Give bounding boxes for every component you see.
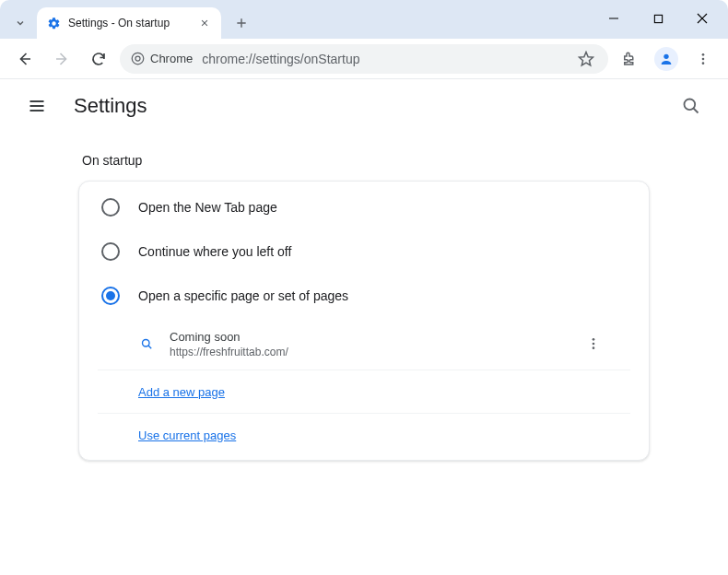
window-minimize-button[interactable] xyxy=(595,6,632,31)
new-tab-button[interactable] xyxy=(229,10,254,36)
address-bar[interactable]: Chrome xyxy=(120,44,608,74)
arrow-right-icon xyxy=(53,51,70,67)
svg-point-11 xyxy=(593,346,595,349)
on-startup-panel: On startup Open the New Tab page Continu… xyxy=(78,144,650,461)
reload-icon xyxy=(90,51,107,67)
window-controls xyxy=(595,6,721,31)
startup-card: Open the New Tab page Continue where you… xyxy=(78,181,650,461)
url-input[interactable] xyxy=(202,52,566,66)
chevron-down-icon xyxy=(15,18,26,29)
radio-icon xyxy=(101,198,120,217)
startup-page-title: Coming soon xyxy=(170,330,564,344)
extensions-button[interactable] xyxy=(614,43,645,75)
radio-continue[interactable]: Continue where you left off xyxy=(79,229,649,274)
radio-label: Open a specific page or set of pages xyxy=(138,288,348,303)
chrome-icon xyxy=(131,52,145,65)
close-icon xyxy=(200,18,209,28)
section-title: On startup xyxy=(78,144,650,181)
tab-close-button[interactable] xyxy=(197,16,212,30)
svg-point-9 xyxy=(593,338,595,341)
star-icon xyxy=(578,51,594,67)
plus-icon xyxy=(235,17,248,29)
site-chip-label: Chrome xyxy=(150,52,193,65)
svg-point-5 xyxy=(702,57,705,60)
svg-point-2 xyxy=(135,56,140,61)
close-icon xyxy=(697,13,708,24)
minimize-icon xyxy=(608,13,619,24)
site-chip[interactable]: Chrome xyxy=(131,52,193,65)
tab-title: Settings - On startup xyxy=(68,17,190,29)
avatar-icon xyxy=(654,47,678,71)
kebab-icon xyxy=(586,336,601,351)
settings-header: Settings xyxy=(0,79,728,133)
svg-point-8 xyxy=(142,339,149,346)
svg-point-4 xyxy=(702,53,705,56)
radio-label: Open the New Tab page xyxy=(138,200,277,215)
radio-icon xyxy=(101,242,120,261)
kebab-icon xyxy=(696,52,710,66)
use-current-row: Use current pages xyxy=(79,414,649,456)
tab-search-button[interactable] xyxy=(11,14,29,32)
settings-content: On startup Open the New Tab page Continu… xyxy=(0,133,728,461)
browser-tab[interactable]: Settings - On startup xyxy=(37,7,221,39)
forward-button[interactable] xyxy=(46,43,77,75)
use-current-link[interactable]: Use current pages xyxy=(138,428,236,442)
radio-label: Continue where you left off xyxy=(138,244,291,259)
add-page-link[interactable]: Add a new page xyxy=(138,385,225,399)
svg-rect-0 xyxy=(654,15,662,22)
browser-titlebar: Settings - On startup xyxy=(0,0,728,39)
svg-point-3 xyxy=(663,53,668,58)
puzzle-icon xyxy=(621,51,638,67)
maximize-icon xyxy=(653,14,663,24)
search-icon xyxy=(138,335,155,352)
page-more-button[interactable] xyxy=(579,329,608,358)
startup-page-url: https://freshfruittab.com/ xyxy=(170,346,564,358)
radio-icon xyxy=(101,287,120,305)
settings-menu-button[interactable] xyxy=(18,88,55,124)
svg-point-6 xyxy=(702,62,705,65)
radio-new-tab[interactable]: Open the New Tab page xyxy=(79,185,649,229)
menu-button[interactable] xyxy=(687,43,719,75)
reload-button[interactable] xyxy=(83,43,114,75)
page-title: Settings xyxy=(74,94,654,118)
profile-button[interactable] xyxy=(651,43,682,75)
svg-point-10 xyxy=(593,343,595,346)
bookmark-button[interactable] xyxy=(575,48,597,70)
gear-icon xyxy=(46,16,61,30)
add-page-row: Add a new page xyxy=(79,370,649,413)
window-maximize-button[interactable] xyxy=(640,6,676,31)
arrow-left-icon xyxy=(17,51,33,67)
svg-point-1 xyxy=(132,53,144,65)
startup-page-row: Coming soon https://freshfruittab.com/ xyxy=(98,318,630,370)
window-close-button[interactable] xyxy=(684,6,721,31)
radio-specific-pages[interactable]: Open a specific page or set of pages xyxy=(79,274,649,318)
settings-search-button[interactable] xyxy=(673,88,710,124)
startup-page-info: Coming soon https://freshfruittab.com/ xyxy=(170,330,564,358)
search-icon xyxy=(682,97,700,115)
hamburger-icon xyxy=(28,97,46,115)
svg-point-7 xyxy=(685,99,696,110)
back-button[interactable] xyxy=(9,43,41,75)
browser-toolbar: Chrome xyxy=(0,39,728,79)
tab-strip: Settings - On startup xyxy=(11,7,595,39)
